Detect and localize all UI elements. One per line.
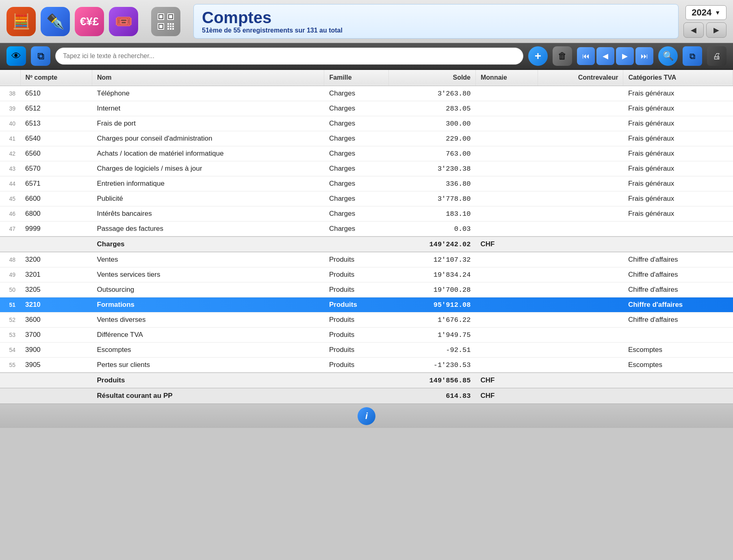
table-row[interactable]: 55 3905 Pertes sur clients Produits -1'2… <box>0 358 733 373</box>
table-row[interactable]: 48 3200 Ventes Produits 12'107.32 Chiffr… <box>0 252 733 267</box>
delete-button[interactable]: 🗑 <box>553 46 572 66</box>
row-contrevaleur <box>538 101 623 116</box>
row-compte: 6510 <box>20 86 92 101</box>
qr-icon[interactable] <box>151 7 180 36</box>
row-monnaie: CHF <box>476 373 538 388</box>
row-monnaie <box>476 161 538 176</box>
table-row[interactable]: 47 9999 Passage des factures Charges 0.0… <box>0 221 733 237</box>
row-num: 41 <box>0 131 20 146</box>
accounts-table: Nº compte Nom Famille Solde Monnaie Cont… <box>0 70 733 404</box>
row-famille: Charges <box>324 116 388 131</box>
row-tva: Frais généraux <box>623 86 733 101</box>
info-button[interactable]: i <box>358 407 375 425</box>
col-famille: Famille <box>324 70 388 86</box>
row-nom: Ventes <box>92 252 324 267</box>
add-button[interactable]: + <box>528 46 548 66</box>
table-row[interactable]: 38 6510 Téléphone Charges 3'263.80 Frais… <box>0 86 733 101</box>
year-nav: 2024 ▼ ◀ ▶ <box>683 5 726 38</box>
prev-year-button[interactable]: ◀ <box>683 22 704 38</box>
table-row[interactable]: 41 6540 Charges pour conseil d'administr… <box>0 131 733 146</box>
table-row[interactable]: 54 3900 Escomptes Produits -92.51 Escomp… <box>0 343 733 358</box>
row-solde: 3'230.38 <box>388 161 475 176</box>
row-famille: Charges <box>324 221 388 237</box>
last-record-button[interactable]: ⏭ <box>635 47 653 65</box>
row-nom: Charges de logiciels / mises à jour <box>92 161 324 176</box>
table-row[interactable]: Produits 149'856.85 CHF <box>0 373 733 388</box>
row-contrevaleur <box>538 116 623 131</box>
table-row[interactable]: 51 3210 Formations Produits 95'912.08 Ch… <box>0 297 733 313</box>
row-contrevaleur <box>538 328 623 343</box>
row-solde: 19'834.24 <box>388 267 475 282</box>
search-input[interactable] <box>55 48 523 65</box>
table-row[interactable]: 39 6512 Internet Charges 283.05 Frais gé… <box>0 101 733 116</box>
table-row[interactable]: 50 3205 Outsourcing Produits 19'700.28 C… <box>0 282 733 297</box>
ticket-icon[interactable]: 🎟️ <box>109 7 138 36</box>
row-compte: 3905 <box>20 358 92 373</box>
copy-icon[interactable]: ⧉ <box>31 46 50 66</box>
row-contrevaleur <box>538 297 623 313</box>
euro-icon[interactable]: €¥£ <box>75 7 104 36</box>
row-nom: Achats / location de matériel informatiq… <box>92 146 324 161</box>
row-compte: 3210 <box>20 297 92 313</box>
pen-icon[interactable]: ✒️ <box>41 7 70 36</box>
year-dropdown-icon[interactable]: ▼ <box>715 9 720 16</box>
row-tva: Chiffre d'affaires <box>623 252 733 267</box>
next-record-button[interactable]: ▶ <box>616 47 634 65</box>
row-num: 38 <box>0 86 20 101</box>
row-tva: Chiffre d'affaires <box>623 297 733 313</box>
row-compte: 3201 <box>20 267 92 282</box>
table-row[interactable]: Charges 149'242.02 CHF <box>0 237 733 252</box>
year-arrows: ◀ ▶ <box>683 22 726 38</box>
table-row[interactable]: 42 6560 Achats / location de matériel in… <box>0 146 733 161</box>
row-solde: 1'676.22 <box>388 313 475 328</box>
row-num: 54 <box>0 343 20 358</box>
print-button[interactable]: 🖨 <box>707 46 726 66</box>
table-row[interactable]: 40 6513 Frais de port Charges 300.00 Fra… <box>0 116 733 131</box>
first-record-button[interactable]: ⏮ <box>577 47 595 65</box>
svg-rect-13 <box>170 26 171 27</box>
table-row[interactable]: 45 6600 Publicité Charges 3'778.80 Frais… <box>0 191 733 206</box>
calc-icon[interactable]: 🧮 <box>7 7 36 36</box>
year-box[interactable]: 2024 ▼ <box>685 5 726 20</box>
table-row[interactable]: 49 3201 Ventes services tiers Produits 1… <box>0 267 733 282</box>
table-row[interactable]: Résultat courant au PP 614.83 CHF <box>0 388 733 404</box>
table-row[interactable]: 44 6571 Entretien informatique Charges 3… <box>0 176 733 191</box>
row-famille: Produits <box>324 328 388 343</box>
row-tva: Frais généraux <box>623 161 733 176</box>
row-famille: Charges <box>324 101 388 116</box>
table-row[interactable]: 43 6570 Charges de logiciels / mises à j… <box>0 161 733 176</box>
row-famille: Produits <box>324 282 388 297</box>
row-compte: 6540 <box>20 131 92 146</box>
view-icon[interactable]: 👁 <box>7 46 26 66</box>
row-contrevaleur <box>538 221 623 237</box>
table-row[interactable]: 53 3700 Différence TVA Produits 1'949.75 <box>0 328 733 343</box>
row-solde: 300.00 <box>388 116 475 131</box>
row-nom: Différence TVA <box>92 328 324 343</box>
row-nom: Pertes sur clients <box>92 358 324 373</box>
subtitle-bold: 51ème <box>202 27 222 34</box>
row-famille: Produits <box>324 343 388 358</box>
search-button[interactable]: 🔍 <box>658 46 678 66</box>
row-solde: -1'230.53 <box>388 358 475 373</box>
row-solde: 283.05 <box>388 101 475 116</box>
row-tva: Frais généraux <box>623 146 733 161</box>
row-contrevaleur <box>538 206 623 221</box>
window-button[interactable]: ⧉ <box>683 46 702 66</box>
row-tva: Frais généraux <box>623 116 733 131</box>
row-famille <box>324 237 388 252</box>
row-num <box>0 373 20 388</box>
row-compte: 6560 <box>20 146 92 161</box>
row-tva: Chiffre d'affaires <box>623 282 733 297</box>
row-tva <box>623 221 733 237</box>
next-year-button[interactable]: ▶ <box>706 22 726 38</box>
row-solde: 3'778.80 <box>388 191 475 206</box>
row-tva: Escomptes <box>623 343 733 358</box>
row-compte: 6600 <box>20 191 92 206</box>
row-famille: Charges <box>324 161 388 176</box>
table-row[interactable]: 46 6800 Intérêts bancaires Charges 183.1… <box>0 206 733 221</box>
row-famille: Produits <box>324 252 388 267</box>
table-row[interactable]: 52 3600 Ventes diverses Produits 1'676.2… <box>0 313 733 328</box>
row-nom: Intérêts bancaires <box>92 206 324 221</box>
prev-record-button[interactable]: ◀ <box>596 47 614 65</box>
row-nom: Charges pour conseil d'administration <box>92 131 324 146</box>
